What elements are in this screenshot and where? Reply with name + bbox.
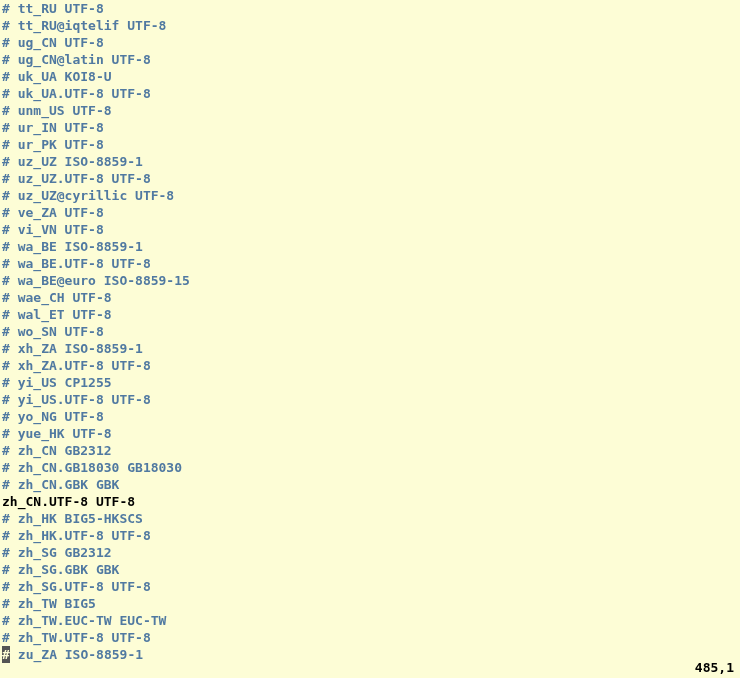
- editor-line[interactable]: zh_CN.UTF-8 UTF-8: [2, 493, 740, 510]
- line-text: zh_CN.UTF-8 UTF-8: [2, 494, 135, 509]
- editor-line[interactable]: # xh_ZA ISO-8859-1: [2, 340, 740, 357]
- line-text: # uz_UZ.UTF-8 UTF-8: [2, 171, 151, 186]
- editor-line[interactable]: # zu_ZA ISO-8859-1: [2, 646, 740, 663]
- editor-line[interactable]: # tt_RU@iqtelif UTF-8: [2, 17, 740, 34]
- line-text: # wal_ET UTF-8: [2, 307, 112, 322]
- editor-line[interactable]: # unm_US UTF-8: [2, 102, 740, 119]
- line-text: # zh_SG GB2312: [2, 545, 112, 560]
- editor-line[interactable]: # uz_UZ ISO-8859-1: [2, 153, 740, 170]
- editor-line[interactable]: # xh_ZA.UTF-8 UTF-8: [2, 357, 740, 374]
- line-text: # wa_BE ISO-8859-1: [2, 239, 143, 254]
- line-text: # wa_BE.UTF-8 UTF-8: [2, 256, 151, 271]
- line-text: # zh_HK BIG5-HKSCS: [2, 511, 143, 526]
- line-text: # wae_CH UTF-8: [2, 290, 112, 305]
- editor-line[interactable]: # yo_NG UTF-8: [2, 408, 740, 425]
- editor-line[interactable]: # tt_RU UTF-8: [2, 0, 740, 17]
- line-text: # zh_TW BIG5: [2, 596, 96, 611]
- line-text: # zh_CN.GB18030 GB18030: [2, 460, 182, 475]
- line-text: # xh_ZA ISO-8859-1: [2, 341, 143, 356]
- line-text: # ug_CN UTF-8: [2, 35, 104, 50]
- line-text: # uk_UA.UTF-8 UTF-8: [2, 86, 151, 101]
- editor-line[interactable]: # wa_BE@euro ISO-8859-15: [2, 272, 740, 289]
- line-text: # ur_IN UTF-8: [2, 120, 104, 135]
- line-text: # zh_HK.UTF-8 UTF-8: [2, 528, 151, 543]
- editor-line[interactable]: # ug_CN UTF-8: [2, 34, 740, 51]
- editor-line[interactable]: # zh_HK BIG5-HKSCS: [2, 510, 740, 527]
- line-text: # tt_RU@iqtelif UTF-8: [2, 18, 166, 33]
- line-text: # ur_PK UTF-8: [2, 137, 104, 152]
- editor-line[interactable]: # zh_TW.UTF-8 UTF-8: [2, 629, 740, 646]
- cursor: #: [2, 646, 10, 663]
- text-editor[interactable]: # tt_RU UTF-8# tt_RU@iqtelif UTF-8# ug_C…: [0, 0, 740, 678]
- line-text: # xh_ZA.UTF-8 UTF-8: [2, 358, 151, 373]
- editor-line[interactable]: # uk_UA.UTF-8 UTF-8: [2, 85, 740, 102]
- editor-line[interactable]: # zh_SG GB2312: [2, 544, 740, 561]
- editor-line[interactable]: # zh_CN.GBK GBK: [2, 476, 740, 493]
- line-text: # unm_US UTF-8: [2, 103, 112, 118]
- line-text: # zh_TW.UTF-8 UTF-8: [2, 630, 151, 645]
- line-text: # tt_RU UTF-8: [2, 1, 104, 16]
- editor-line[interactable]: # wae_CH UTF-8: [2, 289, 740, 306]
- line-text: # wa_BE@euro ISO-8859-15: [2, 273, 190, 288]
- line-text: # zh_CN.GBK GBK: [2, 477, 119, 492]
- line-text: # ug_CN@latin UTF-8: [2, 52, 151, 67]
- editor-line[interactable]: # ur_PK UTF-8: [2, 136, 740, 153]
- line-text: # uk_UA KOI8-U: [2, 69, 112, 84]
- editor-line[interactable]: # zh_SG.UTF-8 UTF-8: [2, 578, 740, 595]
- editor-line[interactable]: # zh_HK.UTF-8 UTF-8: [2, 527, 740, 544]
- line-text: # vi_VN UTF-8: [2, 222, 104, 237]
- line-text: # uz_UZ ISO-8859-1: [2, 154, 143, 169]
- editor-line[interactable]: # ug_CN@latin UTF-8: [2, 51, 740, 68]
- line-text: # yi_US CP1255: [2, 375, 112, 390]
- line-text: # zh_SG.UTF-8 UTF-8: [2, 579, 151, 594]
- line-text: # yo_NG UTF-8: [2, 409, 104, 424]
- status-position: 485,1: [695, 659, 734, 676]
- line-text: # zh_TW.EUC-TW EUC-TW: [2, 613, 166, 628]
- line-text: # wo_SN UTF-8: [2, 324, 104, 339]
- editor-line[interactable]: # ve_ZA UTF-8: [2, 204, 740, 221]
- editor-line[interactable]: # uz_UZ@cyrillic UTF-8: [2, 187, 740, 204]
- line-text: # uz_UZ@cyrillic UTF-8: [2, 188, 174, 203]
- line-text: # zh_SG.GBK GBK: [2, 562, 119, 577]
- editor-line[interactable]: # wa_BE ISO-8859-1: [2, 238, 740, 255]
- editor-line[interactable]: # yi_US.UTF-8 UTF-8: [2, 391, 740, 408]
- line-text: # yue_HK UTF-8: [2, 426, 112, 441]
- editor-line[interactable]: # vi_VN UTF-8: [2, 221, 740, 238]
- editor-line[interactable]: # zh_TW BIG5: [2, 595, 740, 612]
- editor-line[interactable]: # yue_HK UTF-8: [2, 425, 740, 442]
- line-text: # yi_US.UTF-8 UTF-8: [2, 392, 151, 407]
- editor-line[interactable]: # zh_TW.EUC-TW EUC-TW: [2, 612, 740, 629]
- editor-content[interactable]: # tt_RU UTF-8# tt_RU@iqtelif UTF-8# ug_C…: [0, 0, 740, 663]
- editor-line[interactable]: # yi_US CP1255: [2, 374, 740, 391]
- editor-line[interactable]: # uz_UZ.UTF-8 UTF-8: [2, 170, 740, 187]
- editor-line[interactable]: # wa_BE.UTF-8 UTF-8: [2, 255, 740, 272]
- editor-line[interactable]: # ur_IN UTF-8: [2, 119, 740, 136]
- line-text: zu_ZA ISO-8859-1: [10, 647, 143, 662]
- editor-line[interactable]: # zh_CN.GB18030 GB18030: [2, 459, 740, 476]
- editor-line[interactable]: # zh_CN GB2312: [2, 442, 740, 459]
- line-text: # ve_ZA UTF-8: [2, 205, 104, 220]
- editor-line[interactable]: # wal_ET UTF-8: [2, 306, 740, 323]
- line-text: # zh_CN GB2312: [2, 443, 112, 458]
- editor-line[interactable]: # uk_UA KOI8-U: [2, 68, 740, 85]
- editor-line[interactable]: # zh_SG.GBK GBK: [2, 561, 740, 578]
- editor-line[interactable]: # wo_SN UTF-8: [2, 323, 740, 340]
